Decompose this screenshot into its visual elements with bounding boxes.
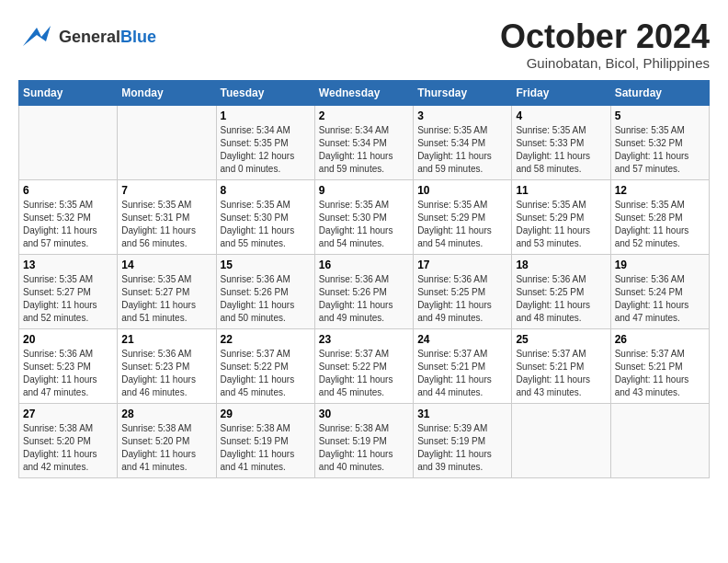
day-info: Sunrise: 5:36 AMSunset: 5:23 PMDaylight:… (23, 348, 113, 399)
day-number: 9 (319, 184, 409, 197)
day-info: Sunrise: 5:35 AMSunset: 5:32 PMDaylight:… (615, 124, 705, 176)
day-number: 15 (221, 259, 311, 271)
day-number: 26 (615, 333, 705, 346)
calendar-cell: 29Sunrise: 5:38 AMSunset: 5:19 PMDayligh… (216, 403, 314, 477)
day-info: Sunrise: 5:35 AMSunset: 5:27 PMDaylight:… (121, 273, 211, 325)
week-row-2: 6Sunrise: 5:35 AMSunset: 5:32 PMDaylight… (19, 179, 710, 254)
calendar-cell (512, 403, 610, 477)
title-block: October 2024 Guinobatan, Bicol, Philippi… (500, 18, 710, 71)
day-number: 11 (516, 184, 606, 197)
calendar-cell: 6Sunrise: 5:35 AMSunset: 5:32 PMDaylight… (19, 179, 118, 254)
calendar-cell: 17Sunrise: 5:36 AMSunset: 5:25 PMDayligh… (414, 254, 512, 328)
week-row-5: 27Sunrise: 5:38 AMSunset: 5:20 PMDayligh… (19, 403, 710, 477)
calendar-cell: 9Sunrise: 5:35 AMSunset: 5:30 PMDaylight… (314, 179, 413, 254)
day-info: Sunrise: 5:36 AMSunset: 5:25 PMDaylight:… (516, 273, 606, 325)
calendar-cell: 3Sunrise: 5:35 AMSunset: 5:34 PMDaylight… (414, 105, 512, 179)
calendar-cell (610, 403, 709, 477)
day-number: 31 (417, 408, 507, 420)
day-info: Sunrise: 5:38 AMSunset: 5:19 PMDaylight:… (319, 422, 409, 474)
day-number: 3 (417, 109, 507, 122)
day-number: 12 (615, 184, 705, 197)
calendar-cell: 30Sunrise: 5:38 AMSunset: 5:19 PMDayligh… (314, 403, 413, 477)
day-info: Sunrise: 5:37 AMSunset: 5:22 PMDaylight:… (319, 348, 409, 399)
day-number: 30 (319, 408, 409, 420)
day-info: Sunrise: 5:38 AMSunset: 5:20 PMDaylight:… (23, 422, 113, 474)
col-header-saturday: Saturday (610, 80, 709, 105)
day-info: Sunrise: 5:35 AMSunset: 5:34 PMDaylight:… (417, 124, 507, 176)
calendar-cell: 14Sunrise: 5:35 AMSunset: 5:27 PMDayligh… (118, 254, 216, 328)
calendar-cell: 26Sunrise: 5:37 AMSunset: 5:21 PMDayligh… (610, 328, 709, 403)
day-info: Sunrise: 5:36 AMSunset: 5:23 PMDaylight:… (121, 348, 211, 399)
day-info: Sunrise: 5:36 AMSunset: 5:26 PMDaylight:… (319, 273, 409, 325)
day-number: 24 (417, 333, 507, 346)
day-number: 2 (319, 109, 409, 122)
day-number: 22 (221, 333, 311, 346)
day-number: 27 (23, 408, 113, 420)
day-info: Sunrise: 5:35 AMSunset: 5:32 PMDaylight:… (23, 199, 113, 250)
day-number: 21 (121, 333, 211, 346)
calendar-cell: 11Sunrise: 5:35 AMSunset: 5:29 PMDayligh… (512, 179, 610, 254)
day-info: Sunrise: 5:34 AMSunset: 5:35 PMDaylight:… (221, 124, 311, 176)
calendar-cell: 1Sunrise: 5:34 AMSunset: 5:35 PMDaylight… (216, 105, 314, 179)
day-number: 16 (319, 259, 409, 271)
week-row-3: 13Sunrise: 5:35 AMSunset: 5:27 PMDayligh… (19, 254, 710, 328)
calendar-cell: 5Sunrise: 5:35 AMSunset: 5:32 PMDaylight… (610, 105, 709, 179)
day-info: Sunrise: 5:37 AMSunset: 5:21 PMDaylight:… (615, 348, 705, 399)
day-info: Sunrise: 5:35 AMSunset: 5:27 PMDaylight:… (23, 273, 113, 325)
day-info: Sunrise: 5:35 AMSunset: 5:29 PMDaylight:… (417, 199, 507, 250)
day-number: 28 (121, 408, 211, 420)
calendar-cell: 19Sunrise: 5:36 AMSunset: 5:24 PMDayligh… (610, 254, 709, 328)
col-header-thursday: Thursday (414, 80, 512, 105)
day-number: 25 (516, 333, 606, 346)
day-number: 6 (23, 184, 113, 197)
logo-text-block: GeneralBlue (59, 29, 156, 45)
logo-general: General (59, 28, 120, 46)
calendar-cell: 23Sunrise: 5:37 AMSunset: 5:22 PMDayligh… (314, 328, 413, 403)
calendar-cell: 25Sunrise: 5:37 AMSunset: 5:21 PMDayligh… (512, 328, 610, 403)
calendar-cell: 2Sunrise: 5:34 AMSunset: 5:34 PMDaylight… (314, 105, 413, 179)
day-info: Sunrise: 5:36 AMSunset: 5:25 PMDaylight:… (417, 273, 507, 325)
header-row: SundayMondayTuesdayWednesdayThursdayFrid… (19, 80, 710, 105)
main-title: October 2024 (500, 18, 710, 55)
day-number: 13 (23, 259, 113, 271)
calendar-cell: 15Sunrise: 5:36 AMSunset: 5:26 PMDayligh… (216, 254, 314, 328)
day-number: 29 (221, 408, 311, 420)
col-header-friday: Friday (512, 80, 610, 105)
week-row-4: 20Sunrise: 5:36 AMSunset: 5:23 PMDayligh… (19, 328, 710, 403)
week-row-1: 1Sunrise: 5:34 AMSunset: 5:35 PMDaylight… (19, 105, 710, 179)
col-header-tuesday: Tuesday (216, 80, 314, 105)
day-number: 17 (417, 259, 507, 271)
calendar-cell: 10Sunrise: 5:35 AMSunset: 5:29 PMDayligh… (414, 179, 512, 254)
calendar-cell: 24Sunrise: 5:37 AMSunset: 5:21 PMDayligh… (414, 328, 512, 403)
calendar-cell: 27Sunrise: 5:38 AMSunset: 5:20 PMDayligh… (19, 403, 118, 477)
svg-marker-0 (23, 26, 51, 46)
calendar-cell (118, 105, 216, 179)
day-info: Sunrise: 5:38 AMSunset: 5:20 PMDaylight:… (121, 422, 211, 474)
day-info: Sunrise: 5:38 AMSunset: 5:19 PMDaylight:… (221, 422, 311, 474)
day-info: Sunrise: 5:37 AMSunset: 5:21 PMDaylight:… (516, 348, 606, 399)
calendar-cell: 4Sunrise: 5:35 AMSunset: 5:33 PMDaylight… (512, 105, 610, 179)
day-info: Sunrise: 5:37 AMSunset: 5:21 PMDaylight:… (417, 348, 507, 399)
calendar-cell: 7Sunrise: 5:35 AMSunset: 5:31 PMDaylight… (118, 179, 216, 254)
calendar-cell: 12Sunrise: 5:35 AMSunset: 5:28 PMDayligh… (610, 179, 709, 254)
day-number: 7 (121, 184, 211, 197)
logo-blue: Blue (120, 28, 156, 46)
day-info: Sunrise: 5:35 AMSunset: 5:29 PMDaylight:… (516, 199, 606, 250)
calendar-cell: 21Sunrise: 5:36 AMSunset: 5:23 PMDayligh… (118, 328, 216, 403)
day-number: 23 (319, 333, 409, 346)
day-info: Sunrise: 5:36 AMSunset: 5:26 PMDaylight:… (221, 273, 311, 325)
calendar-cell: 20Sunrise: 5:36 AMSunset: 5:23 PMDayligh… (19, 328, 118, 403)
day-info: Sunrise: 5:35 AMSunset: 5:33 PMDaylight:… (516, 124, 606, 176)
col-header-sunday: Sunday (19, 80, 118, 105)
day-info: Sunrise: 5:35 AMSunset: 5:28 PMDaylight:… (615, 199, 705, 250)
day-info: Sunrise: 5:35 AMSunset: 5:31 PMDaylight:… (121, 199, 211, 250)
day-number: 18 (516, 259, 606, 271)
day-number: 19 (615, 259, 705, 271)
calendar-cell: 8Sunrise: 5:35 AMSunset: 5:30 PMDaylight… (216, 179, 314, 254)
calendar-cell: 13Sunrise: 5:35 AMSunset: 5:27 PMDayligh… (19, 254, 118, 328)
day-number: 1 (221, 109, 311, 122)
day-info: Sunrise: 5:35 AMSunset: 5:30 PMDaylight:… (221, 199, 311, 250)
day-info: Sunrise: 5:39 AMSunset: 5:19 PMDaylight:… (417, 422, 507, 474)
day-info: Sunrise: 5:34 AMSunset: 5:34 PMDaylight:… (319, 124, 409, 176)
logo-icon (18, 18, 55, 55)
